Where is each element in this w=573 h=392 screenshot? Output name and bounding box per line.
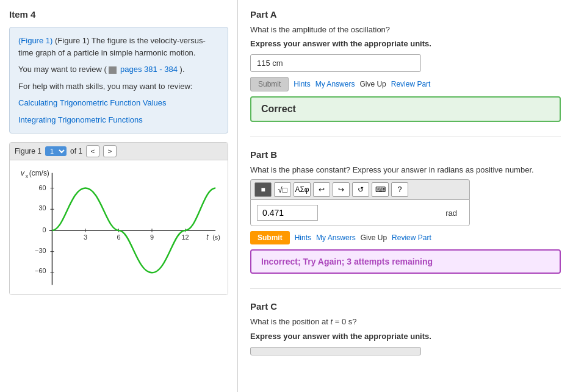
graph-prev-btn[interactable]: < — [86, 145, 99, 157]
part-c-title: Part C — [250, 301, 561, 312]
part-b-question: What is the phase constant? Express your… — [250, 165, 561, 176]
figure-link[interactable]: (Figure 1) — [18, 36, 52, 45]
item-title: Item 4 — [9, 9, 228, 20]
pages-link[interactable]: pages 381 - 384 — [120, 65, 178, 74]
part-a-hints-btn[interactable]: Hints — [294, 80, 310, 88]
part-a-section: Part A What is the amplitude of the osci… — [250, 9, 561, 137]
math-btn-alpha[interactable]: ΑΣφ — [294, 182, 311, 197]
graph-svg: v x (cm/s) 60 30 0 −30 −60 — [16, 166, 222, 288]
part-a-instruction: Express your answer with the appropriate… — [250, 39, 561, 48]
part-c-question: What is the position at t = 0 s? — [250, 316, 561, 327]
part-c-section: Part C What is the position at t = 0 s? … — [250, 301, 561, 367]
left-panel: Item 4 (Figure 1) (Figure 1) The figure … — [0, 0, 238, 392]
math-btn-sqrt[interactable]: √□ — [274, 182, 291, 197]
part-a-answer-input[interactable] — [250, 54, 421, 72]
integrate-trig-link-container: Integrating Trigonometric Functions — [18, 114, 219, 126]
part-b-section: Part B What is the phase constant? Expre… — [250, 149, 561, 289]
graph-next-btn[interactable]: > — [103, 145, 117, 157]
part-a-action-row: Submit Hints My Answers Give Up Review P… — [250, 77, 561, 91]
math-btn-help[interactable]: ? — [391, 182, 408, 197]
part-b-give-up-text: Give Up — [361, 233, 387, 242]
graph-of-label: of 1 — [70, 147, 82, 155]
part-a-submit-btn[interactable]: Submit — [250, 77, 289, 91]
math-btn-undo[interactable]: ↩ — [313, 182, 330, 197]
info-box: (Figure 1) (Figure 1) The figure is the … — [9, 27, 228, 134]
svg-text:12: 12 — [181, 233, 189, 241]
math-btn-square[interactable]: ■ — [254, 182, 272, 197]
part-b-review-part-btn[interactable]: Review Part — [392, 233, 431, 242]
svg-text:3: 3 — [84, 233, 87, 241]
part-a-correct-banner: Correct — [250, 96, 561, 122]
graph-container: Figure 1 1 of 1 < > v x (cm/s) — [9, 142, 228, 295]
part-a-title: Part A — [250, 9, 561, 20]
part-b-unit: rad — [445, 208, 463, 218]
part-b-my-answers-btn[interactable]: My Answers — [316, 233, 356, 242]
integrate-trig-link[interactable]: Integrating Trigonometric Functions — [18, 115, 143, 124]
svg-text:−30: −30 — [35, 247, 46, 254]
part-a-correct-text: Correct — [261, 104, 296, 114]
calc-trig-link-container: Calculating Trigonometric Function Value… — [18, 97, 219, 109]
svg-text:9: 9 — [150, 233, 154, 241]
part-c-input-area — [250, 347, 421, 355]
math-btn-redo[interactable]: ↪ — [333, 182, 350, 197]
part-a-give-up-text: Give Up — [359, 80, 386, 88]
svg-text:x: x — [26, 173, 29, 179]
math-btn-keyboard[interactable]: ⌨ — [372, 182, 389, 197]
math-btn-refresh[interactable]: ↺ — [352, 182, 369, 197]
part-b-title: Part B — [250, 149, 561, 160]
svg-text:6: 6 — [117, 233, 120, 241]
part-b-action-row: Submit Hints My Answers Give Up Review P… — [250, 231, 561, 244]
svg-text:−60: −60 — [35, 267, 46, 274]
part-b-incorrect-banner: Incorrect; Try Again; 3 attempts remaini… — [250, 249, 561, 274]
svg-text:30: 30 — [38, 204, 46, 212]
part-a-review-part-btn[interactable]: Review Part — [391, 80, 431, 88]
part-c-instruction: Express your answer with the appropriate… — [250, 332, 561, 341]
help-text: For help with math skills, you may want … — [18, 80, 219, 93]
svg-text:60: 60 — [38, 184, 46, 191]
math-input-area: rad — [250, 199, 470, 226]
part-b-hints-btn[interactable]: Hints — [295, 233, 311, 242]
part-b-submit-btn[interactable]: Submit — [250, 231, 290, 244]
part-a-question: What is the amplitude of the oscillation… — [250, 24, 561, 35]
math-toolbar: ■ √□ ΑΣφ ↩ ↪ ↺ ⌨ ? — [250, 179, 470, 199]
part-b-incorrect-text: Incorrect; Try Again; 3 attempts remaini… — [261, 257, 433, 266]
svg-text:(cm/s): (cm/s) — [29, 169, 49, 177]
graph-toolbar: Figure 1 1 of 1 < > — [10, 143, 228, 160]
svg-text:(s): (s) — [212, 233, 220, 241]
svg-text:v: v — [21, 169, 25, 177]
right-panel: Part A What is the amplitude of the osci… — [238, 0, 573, 392]
graph-body: v x (cm/s) 60 30 0 −30 −60 — [10, 160, 228, 294]
problem-description: (Figure 1) (Figure 1) The figure is the … — [18, 35, 219, 59]
graph-figure-label: Figure 1 — [15, 147, 41, 155]
calc-trig-link[interactable]: Calculating Trigonometric Function Value… — [18, 98, 167, 107]
graph-page-select[interactable]: 1 — [45, 146, 67, 156]
svg-text:0: 0 — [42, 226, 46, 233]
part-a-my-answers-btn[interactable]: My Answers — [315, 80, 355, 88]
svg-text:t: t — [206, 233, 209, 241]
part-b-answer-input[interactable] — [257, 205, 318, 221]
review-text: You may want to review ( pages 381 - 384… — [18, 63, 219, 76]
